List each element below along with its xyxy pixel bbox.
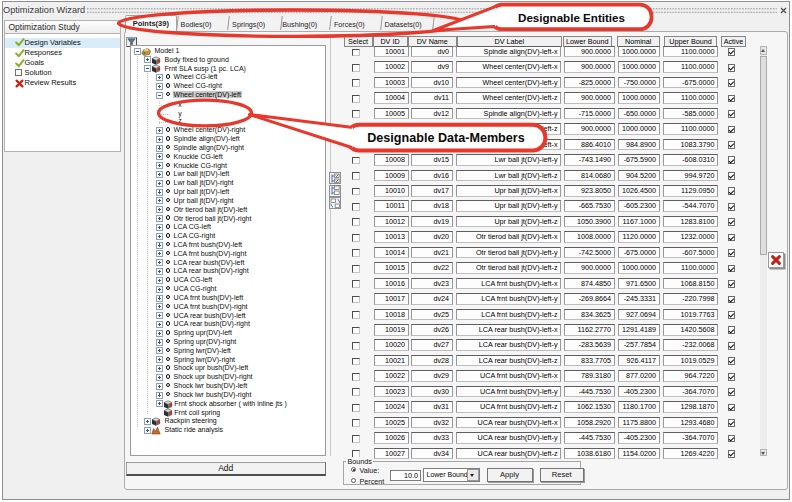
svg-text:Designable Entities: Designable Entities xyxy=(518,11,625,24)
svg-text:Designable Data-Members: Designable Data-Members xyxy=(367,131,524,145)
